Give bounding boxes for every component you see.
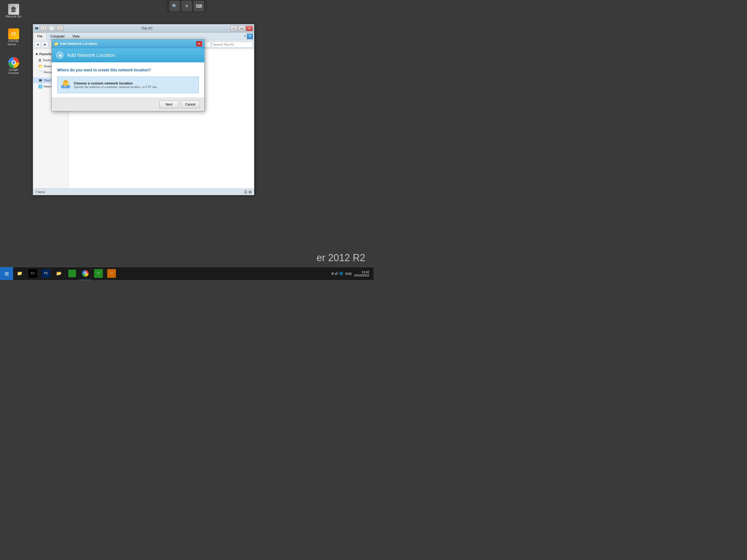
file-explorer-icon: 📁 bbox=[15, 269, 24, 278]
desktop-icon-small: 🖥 bbox=[38, 58, 42, 62]
taskbar-right: ⊞ 🔊 🌐 ENG 13:42 24/10/2016 bbox=[331, 271, 374, 277]
window-controls: ─ ▭ ✕ bbox=[231, 26, 253, 31]
taskbar-items: 📁 C:\ PS 📂 🛡 🛡 bbox=[13, 267, 331, 280]
taskbar-cmd[interactable]: C:\ bbox=[26, 267, 40, 280]
keyboard-toolbar-btn[interactable]: ⌨ bbox=[194, 1, 204, 11]
powershell-icon: PS bbox=[42, 269, 50, 278]
this-pc-icon-small: 💻 bbox=[38, 78, 43, 82]
server-watermark: er 2012 R2 bbox=[317, 252, 365, 263]
minimize-button[interactable]: ─ bbox=[231, 26, 238, 31]
top-toolbar: 🔍 ≡ ⌨ bbox=[166, 0, 207, 12]
dialog-close-button[interactable]: ✕ bbox=[196, 41, 202, 47]
add-network-location-dialog: 📁 Add Network Location ✕ ◀ Add Network L… bbox=[51, 39, 205, 111]
recycle-bin-icon[interactable]: 🗑 Recycle Bin bbox=[3, 3, 25, 19]
taskbar-file-explorer[interactable]: 📁 bbox=[13, 267, 26, 280]
dialog-footer: Next Cancel bbox=[52, 98, 204, 111]
close-button[interactable]: ✕ bbox=[246, 26, 253, 31]
start-icon: ⊞ bbox=[5, 271, 9, 277]
dialog-titlebar: 📁 Add Network Location ✕ bbox=[52, 40, 204, 48]
taskbar-green-square[interactable] bbox=[66, 267, 79, 280]
items-count: 7 items bbox=[35, 190, 45, 194]
shield1-icon: 🛡 bbox=[94, 269, 103, 278]
next-button[interactable]: Next bbox=[159, 101, 179, 108]
recycle-bin-image: 🗑 bbox=[8, 4, 19, 15]
taskbar-shield2[interactable]: 🛡 bbox=[105, 267, 118, 280]
back-button[interactable]: ◀ bbox=[34, 42, 41, 48]
network-location-icon bbox=[61, 79, 71, 91]
dialog-title: Add Network Location bbox=[58, 42, 196, 46]
titlebar-btn-2[interactable]: 📄 bbox=[48, 26, 55, 31]
filezilla-icon[interactable]: FZ FileZilla Server ... bbox=[3, 27, 25, 47]
dialog-title-icon: 📁 bbox=[54, 42, 58, 46]
titlebar-btn-3[interactable]: 📋 bbox=[56, 26, 63, 31]
chrome-image bbox=[8, 57, 19, 68]
list-view-btn[interactable]: ☰ bbox=[244, 190, 248, 194]
explorer-window-icon: 💻 bbox=[34, 26, 39, 31]
dialog-back-button[interactable]: ◀ bbox=[56, 51, 64, 59]
forward-button[interactable]: ▶ bbox=[42, 42, 48, 48]
shield2-icon: 🛡 bbox=[107, 269, 116, 278]
status-bar: 7 items ☰ ⊞ bbox=[33, 188, 254, 195]
grid-view-btn[interactable]: ⊞ bbox=[249, 190, 252, 194]
system-tray-icons[interactable]: ⊞ 🔊 🌐 bbox=[331, 272, 343, 275]
dialog-question: Where do you want to create this network… bbox=[57, 68, 199, 72]
cancel-button[interactable]: Cancel bbox=[181, 101, 200, 108]
dialog-option-custom[interactable]: Choose a custom network location Specify… bbox=[57, 77, 199, 93]
titlebar-btn-1[interactable]: 📋 bbox=[40, 26, 47, 31]
view-controls: ☰ ⊞ bbox=[244, 190, 252, 194]
filezilla-image: FZ bbox=[8, 28, 19, 40]
title-bar: 💻 📋 📄 📋 This PC ─ ▭ ✕ bbox=[33, 24, 254, 32]
chrome-label: Google Chrome bbox=[4, 68, 24, 75]
google-chrome-icon[interactable]: Google Chrome bbox=[3, 56, 25, 76]
option-title: Choose a custom network location bbox=[74, 81, 158, 85]
downloads-icon-small: 📁 bbox=[38, 64, 43, 68]
dropdown-arrow[interactable]: ▾ bbox=[244, 34, 246, 38]
clock-time: 13:42 bbox=[354, 271, 369, 274]
window-title: This PC bbox=[141, 27, 153, 30]
clock-date: 24/10/2016 bbox=[354, 274, 369, 277]
svg-marker-2 bbox=[63, 80, 68, 82]
folder-icon: 📂 bbox=[55, 269, 63, 278]
chrome-taskbar-icon bbox=[81, 269, 90, 278]
menu-toolbar-btn[interactable]: ≡ bbox=[182, 1, 192, 11]
dialog-header-title: Add Network Location bbox=[67, 52, 115, 58]
recycle-bin-label: Recycle Bin bbox=[6, 15, 22, 18]
menu-bar-right: ▾ ? bbox=[244, 34, 254, 39]
taskbar-shield1[interactable]: 🛡 bbox=[92, 267, 105, 280]
tab-view[interactable]: View bbox=[69, 32, 83, 40]
network-icon-small: 🌐 bbox=[38, 84, 43, 88]
option-text: Choose a custom network location Specify… bbox=[74, 81, 158, 88]
taskbar-folder[interactable]: 📂 bbox=[52, 267, 66, 280]
green-square-icon bbox=[68, 270, 76, 277]
search-input[interactable] bbox=[212, 42, 253, 48]
language-indicator[interactable]: ENG bbox=[344, 272, 353, 275]
dialog-body: Where do you want to create this network… bbox=[52, 62, 204, 98]
tab-file[interactable]: File bbox=[33, 32, 47, 40]
option-description: Specify the address of a website, networ… bbox=[74, 85, 158, 88]
start-button[interactable]: ⊞ bbox=[0, 267, 13, 280]
title-bar-left: 💻 📋 📄 📋 bbox=[34, 26, 63, 31]
recent-icon-small: 📄 bbox=[38, 70, 43, 74]
taskbar-chrome[interactable] bbox=[79, 267, 92, 280]
maximize-button[interactable]: ▭ bbox=[238, 26, 245, 31]
svg-rect-1 bbox=[63, 82, 68, 85]
help-button[interactable]: ? bbox=[247, 34, 253, 39]
tab-computer[interactable]: Computer bbox=[47, 32, 69, 40]
filezilla-label: FileZilla Server ... bbox=[4, 40, 24, 46]
dialog-header-bar: ◀ Add Network Location bbox=[52, 48, 204, 62]
svg-rect-3 bbox=[65, 86, 66, 87]
taskbar: ⊞ 📁 C:\ PS 📂 🛡 🛡 bbox=[0, 267, 374, 280]
search-toolbar-btn[interactable]: 🔍 bbox=[170, 1, 180, 11]
taskbar-powershell[interactable]: PS bbox=[40, 267, 52, 280]
taskbar-clock[interactable]: 13:42 24/10/2016 bbox=[354, 271, 371, 277]
cmd-icon: C:\ bbox=[28, 269, 37, 278]
